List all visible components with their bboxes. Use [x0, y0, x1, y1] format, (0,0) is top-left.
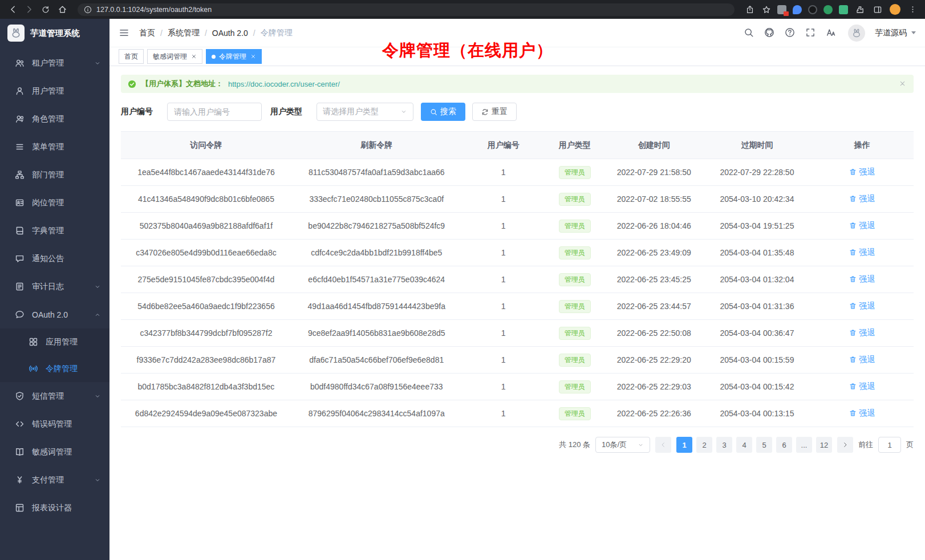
- user-type-badge: 管理员: [559, 193, 591, 206]
- force-logout-button[interactable]: 强退: [849, 301, 875, 311]
- sidebar-item-oauth2[interactable]: OAuth 2.0: [0, 301, 109, 328]
- close-icon[interactable]: [190, 54, 197, 60]
- force-logout-button[interactable]: 强退: [849, 382, 875, 392]
- cell-access-token: 54d6be82ee5a460a9aedc1f9bf223656: [121, 293, 291, 320]
- sidebar-item-notice[interactable]: 通知公告: [0, 245, 109, 273]
- page-button-5[interactable]: 5: [756, 437, 772, 453]
- sidebar-item-report-designer[interactable]: 报表设计器: [0, 494, 109, 522]
- trash-icon: [849, 329, 857, 336]
- reload-icon[interactable]: [40, 4, 51, 15]
- user-id-input[interactable]: [167, 103, 262, 121]
- sidebar-item-dept[interactable]: 部门管理: [0, 161, 109, 189]
- prev-page-button[interactable]: [655, 437, 671, 453]
- breadcrumb-item[interactable]: OAuth 2.0: [212, 29, 248, 38]
- sidebar-item-oauth2-app[interactable]: 应用管理: [0, 328, 109, 355]
- sidebar-item-menu[interactable]: 菜单管理: [0, 133, 109, 161]
- page-button-2[interactable]: 2: [696, 437, 712, 453]
- tab-label: 令牌管理: [219, 52, 246, 62]
- back-icon[interactable]: [7, 4, 18, 15]
- share-icon[interactable]: [744, 4, 756, 15]
- force-logout-button[interactable]: 强退: [849, 274, 875, 285]
- page-size-select[interactable]: 10条/页: [595, 437, 650, 453]
- trash-icon: [849, 222, 857, 229]
- tab-home[interactable]: 首页: [119, 49, 144, 64]
- sidebar-item-audit-log[interactable]: 审计日志: [0, 273, 109, 301]
- breadcrumb-item[interactable]: 系统管理: [168, 28, 200, 38]
- user-id-label: 用户编号: [121, 107, 153, 117]
- cell-access-token: 41c41346a548490f9dc8b01c6bfe0865: [121, 186, 291, 213]
- sidebar-item-post[interactable]: 岗位管理: [0, 189, 109, 217]
- app-logo[interactable]: 芋道管理系统: [0, 19, 109, 47]
- side-panel-icon[interactable]: [872, 4, 883, 15]
- sidebar-item-label: 令牌管理: [46, 364, 78, 374]
- force-logout-button[interactable]: 强退: [849, 221, 875, 231]
- user-type-select[interactable]: 请选择用户类型: [317, 103, 413, 121]
- hamburger-icon[interactable]: [119, 27, 129, 38]
- page-button-1[interactable]: 1: [676, 437, 692, 453]
- page-button-12[interactable]: 12: [816, 437, 832, 453]
- force-logout-button[interactable]: 强退: [849, 167, 875, 177]
- search-icon[interactable]: [744, 27, 754, 38]
- goto-page-input[interactable]: [878, 437, 901, 453]
- star-icon[interactable]: [761, 4, 772, 15]
- sidebar-item-user[interactable]: 用户管理: [0, 77, 109, 105]
- extension-icon-5[interactable]: [839, 5, 848, 14]
- user-type-badge: 管理员: [559, 166, 591, 179]
- fullscreen-icon[interactable]: [805, 27, 816, 38]
- tab-token[interactable]: 令牌管理: [206, 49, 262, 64]
- tab-label: 首页: [124, 52, 138, 62]
- sidebar-item-sms[interactable]: 短信管理: [0, 382, 109, 410]
- address-bar[interactable]: 127.0.0.1:1024/system/oauth2/token: [78, 3, 735, 16]
- font-size-icon[interactable]: [826, 27, 837, 38]
- reset-button[interactable]: 重置: [472, 103, 517, 121]
- force-logout-button[interactable]: 强退: [849, 328, 875, 338]
- trash-icon: [849, 249, 857, 256]
- force-logout-button[interactable]: 强退: [849, 194, 875, 204]
- sidebar-item-error-code[interactable]: 错误码管理: [0, 410, 109, 438]
- extension-icon-4[interactable]: [823, 5, 833, 14]
- url-text: 127.0.0.1:1024/system/oauth2/token: [96, 6, 212, 14]
- page-ellipsis[interactable]: ...: [796, 437, 812, 453]
- force-logout-button[interactable]: 强退: [849, 247, 875, 258]
- forward-icon[interactable]: [23, 4, 35, 15]
- extension-icon-2[interactable]: [793, 5, 802, 14]
- page-button-4[interactable]: 4: [736, 437, 752, 453]
- sidebar-item-oauth2-token[interactable]: 令牌管理: [0, 355, 109, 382]
- extension-icon-3[interactable]: [808, 5, 817, 14]
- browser-menu-icon[interactable]: [907, 4, 918, 15]
- table-row: 502375b8040a469a9b82188afdf6af1fbe90422b…: [121, 213, 914, 240]
- search-button[interactable]: 搜索: [421, 103, 465, 121]
- column-header: 过期时间: [704, 132, 811, 159]
- doc-link[interactable]: https://doc.iocoder.cn/user-center/: [228, 80, 340, 88]
- force-logout-button[interactable]: 强退: [849, 355, 875, 365]
- extensions-puzzle-icon[interactable]: [854, 4, 866, 15]
- github-icon[interactable]: [764, 27, 775, 38]
- sidebar-item-label: 字典管理: [32, 226, 64, 236]
- extension-icon-1[interactable]: [777, 5, 786, 14]
- next-page-button[interactable]: [837, 437, 853, 453]
- tab-sensitive-word[interactable]: 敏感词管理: [147, 49, 202, 64]
- browser-profile-avatar[interactable]: [890, 4, 900, 15]
- sidebar-item-role[interactable]: 角色管理: [0, 105, 109, 133]
- page-button-3[interactable]: 3: [716, 437, 732, 453]
- alert-close-icon[interactable]: [899, 80, 907, 88]
- help-icon[interactable]: [785, 27, 796, 38]
- sidebar-item-dict[interactable]: 字典管理: [0, 217, 109, 245]
- sidebar-item-label: 菜单管理: [32, 142, 64, 152]
- sidebar-item-sensitive-word[interactable]: 敏感词管理: [0, 438, 109, 466]
- cell-user-id: 1: [462, 159, 545, 186]
- info-icon[interactable]: [83, 5, 92, 14]
- breadcrumb-separator: /: [205, 29, 207, 38]
- user-name[interactable]: 芋道源码: [875, 28, 907, 38]
- user-avatar[interactable]: [848, 25, 865, 42]
- cell-user-id: 1: [462, 186, 545, 213]
- home-icon[interactable]: [56, 4, 68, 15]
- sidebar-item-tenant[interactable]: 租户管理: [0, 49, 109, 77]
- sidebar-item-pay[interactable]: 支付管理: [0, 466, 109, 494]
- page-button-6[interactable]: 6: [776, 437, 792, 453]
- close-icon[interactable]: [250, 54, 256, 60]
- pay-icon: [15, 475, 25, 485]
- notice-icon: [15, 254, 25, 263]
- force-logout-button[interactable]: 强退: [849, 408, 875, 419]
- breadcrumb-item[interactable]: 首页: [139, 28, 155, 38]
